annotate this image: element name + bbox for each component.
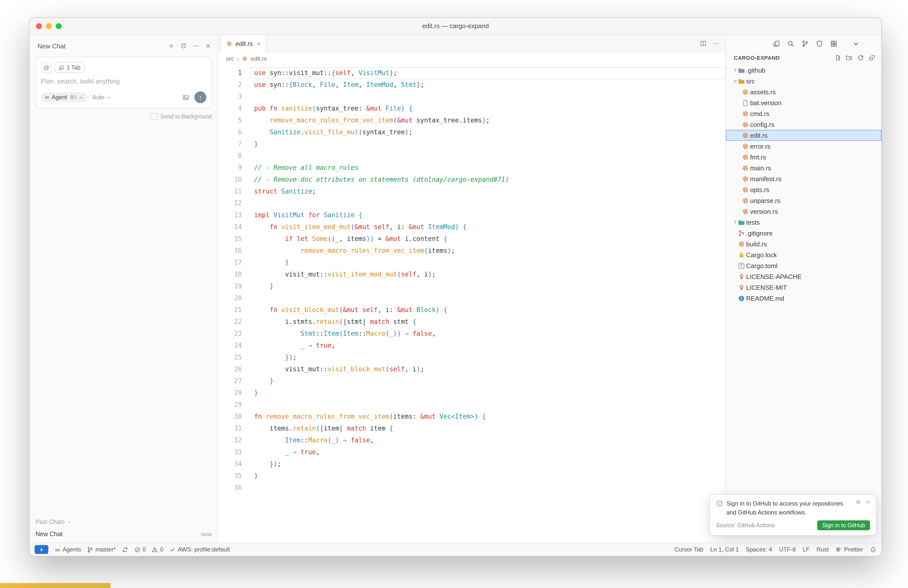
tree-item-cmd.rs[interactable]: cmd.rs: [726, 108, 881, 119]
code-line[interactable]: 14 fn visit_item_mod_mut(&mut self, i: &…: [218, 221, 725, 233]
code-line[interactable]: 25 });: [218, 351, 725, 363]
copy-icon[interactable]: [773, 40, 780, 47]
tree-item-LICENSE-APACHE[interactable]: LICENSE-APACHE: [726, 271, 881, 282]
more-icon[interactable]: [192, 42, 200, 49]
code-line[interactable]: 22 i.stmts.retain(|stmt| match stmt {: [218, 316, 725, 328]
code-line[interactable]: 27 }: [218, 375, 725, 387]
code-line[interactable]: 33 _ ⇒ true,: [218, 446, 725, 458]
tree-item-.github[interactable]: .github: [726, 64, 881, 76]
tree-item-.gitignore[interactable]: .gitignore: [726, 227, 881, 238]
chat-input-card[interactable]: @ 1 Tab Plan, search, build anything ∞ A…: [35, 57, 212, 109]
breadcrumb-src[interactable]: src: [226, 55, 234, 62]
code-line[interactable]: 34 });: [218, 458, 725, 470]
code-line[interactable]: 12: [218, 198, 725, 209]
tree-item-unparse.rs[interactable]: unparse.rs: [726, 195, 881, 206]
code-line[interactable]: 5 remove_macro_rules_from_vec_item(&mut …: [218, 114, 725, 126]
chat-history-item[interactable]: New Chat Now: [35, 531, 212, 538]
code-area[interactable]: 1use syn::visit_mut::{self, VisitMut};2u…: [218, 65, 725, 543]
code-line[interactable]: 10// - Remove doc attributes on statemen…: [218, 174, 725, 185]
code-line[interactable]: 32 Item::Macro(_) ⇒ false,: [218, 435, 725, 446]
tree-item-error.rs[interactable]: error.rs: [726, 141, 881, 151]
gear-icon[interactable]: [855, 499, 861, 505]
code-line[interactable]: 26 visit_mut::visit_block_mut(self, i);: [218, 363, 725, 375]
tree-item-tests[interactable]: tests: [726, 217, 881, 227]
eol-status[interactable]: LF: [803, 546, 810, 553]
tree-item-assets.rs[interactable]: assets.rs: [726, 86, 881, 97]
code-line[interactable]: 3: [218, 91, 725, 103]
code-line[interactable]: 8: [218, 150, 725, 162]
code-line[interactable]: 13impl VisitMut for Sanitize {: [218, 209, 725, 221]
code-line[interactable]: 11struct Sanitize;: [218, 185, 725, 198]
sign-in-github-button[interactable]: Sign in to GitHub: [817, 520, 870, 530]
code-line[interactable]: 29: [218, 399, 725, 411]
refresh-icon[interactable]: [857, 54, 864, 61]
code-line[interactable]: 36: [218, 482, 725, 494]
code-line[interactable]: 2use syn::{Block, File, Item, ItemMod, S…: [218, 79, 725, 91]
split-editor-icon[interactable]: [700, 40, 707, 47]
new-file-icon[interactable]: [834, 54, 841, 61]
git-branch-status[interactable]: master*: [87, 546, 116, 553]
search-icon[interactable]: [787, 40, 794, 47]
agents-status[interactable]: ∞Agents: [54, 546, 81, 553]
send-to-background-checkbox[interactable]: [151, 113, 158, 120]
remote-indicator[interactable]: [35, 545, 48, 554]
code-line[interactable]: 17 }: [218, 257, 725, 269]
code-line[interactable]: 9// - Remove all macro_rules: [218, 162, 725, 174]
breadcrumb[interactable]: src › edit.rs: [218, 52, 725, 65]
warnings-status[interactable]: 0: [152, 546, 163, 553]
indentation-status[interactable]: Spaces: 4: [745, 546, 772, 553]
plus-icon[interactable]: [168, 42, 175, 49]
code-line[interactable]: 1use syn::visit_mut::{self, VisitMut};: [218, 67, 725, 79]
send-button[interactable]: ↑: [195, 91, 206, 103]
code-line[interactable]: 16 remove_macro_rules_from_vec_item(item…: [218, 245, 725, 257]
code-line[interactable]: 24 _ ⇒ true,: [218, 340, 725, 351]
tree-item-src[interactable]: src: [726, 76, 881, 86]
code-line[interactable]: 21 fn visit_block_mut(&mut self, i: &mut…: [218, 304, 725, 316]
code-line[interactable]: 23 Stmt::Item(Item::Macro(_)) ⇒ false,: [218, 328, 725, 340]
tree-item-build.rs[interactable]: build.rs: [726, 238, 881, 249]
agent-mode-selector[interactable]: ∞ Agent ⌘I: [41, 92, 87, 102]
code-line[interactable]: 35}: [218, 470, 725, 482]
code-line[interactable]: 7}: [218, 138, 725, 150]
code-line[interactable]: 18 visit_mut::visit_item_mod_mut(self, i…: [218, 269, 725, 280]
tree-item-edit.rs[interactable]: edit.rs: [726, 130, 881, 141]
code-line[interactable]: 15 if let Some((_, items)) = &mut i.cont…: [218, 233, 725, 245]
chevron-right-icon[interactable]: [733, 68, 738, 72]
shield-icon[interactable]: [816, 40, 823, 47]
prettier-status[interactable]: Prettier: [836, 546, 863, 553]
tree-item-version.rs[interactable]: version.rs: [726, 206, 881, 217]
tree-item-config.rs[interactable]: config.rs: [726, 119, 881, 130]
sync-status[interactable]: [122, 546, 128, 553]
chevron-down-icon[interactable]: [852, 40, 860, 47]
line-col-status[interactable]: Ln 1, Col 1: [710, 546, 739, 553]
source-control-icon[interactable]: [802, 40, 809, 47]
tree-item-manifest.rs[interactable]: manifest.rs: [726, 173, 881, 184]
encoding-status[interactable]: UTF-8: [779, 546, 796, 553]
tree-item-Cargo.toml[interactable]: Cargo.toml: [726, 260, 881, 271]
cursor-tab-status[interactable]: Cursor Tab: [675, 546, 703, 553]
context-tab-pill[interactable]: 1 Tab: [55, 62, 84, 73]
close-icon[interactable]: [205, 42, 212, 49]
tree-item-Cargo.lock[interactable]: Cargo.lock: [726, 249, 881, 260]
code-line[interactable]: 4pub fn sanitize(syntax_tree: &mut File)…: [218, 103, 725, 114]
code-line[interactable]: 30fn remove_macro_rules_from_vec_item(it…: [218, 411, 725, 423]
tree-item-LICENSE-MIT[interactable]: LICENSE-MIT: [726, 282, 881, 293]
extensions-icon[interactable]: [830, 40, 837, 47]
tree-item-bat.version[interactable]: bat.version: [726, 97, 881, 108]
collapse-icon[interactable]: [869, 54, 876, 61]
notifications-bell[interactable]: [870, 546, 876, 553]
chevron-down-icon[interactable]: [733, 79, 738, 84]
tree-item-opts.rs[interactable]: opts.rs: [726, 184, 881, 195]
tree-item-main.rs[interactable]: main.rs: [726, 163, 881, 173]
editor-more-icon[interactable]: ⋯: [713, 40, 720, 47]
breadcrumb-file[interactable]: edit.rs: [251, 55, 267, 62]
code-line[interactable]: 20: [218, 292, 725, 304]
tab-close-icon[interactable]: ×: [257, 40, 261, 47]
new-folder-icon[interactable]: [846, 54, 853, 61]
code-line[interactable]: 6 Sanitize.visit_file_mut(syntax_tree);: [218, 126, 725, 138]
chevron-right-icon[interactable]: [733, 220, 738, 225]
history-icon[interactable]: [180, 42, 187, 49]
code-line[interactable]: 19 }: [218, 280, 725, 292]
model-selector[interactable]: Auto: [92, 94, 111, 101]
code-line[interactable]: 31 items.retain(|item| match item {: [218, 423, 725, 435]
